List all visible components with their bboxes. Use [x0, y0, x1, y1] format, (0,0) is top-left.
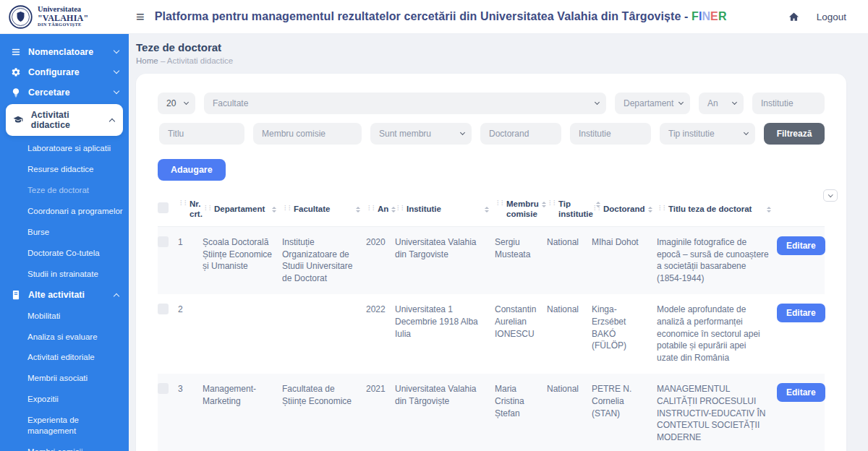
filter-select-tip-institutie[interactable]: Tip institutie: [660, 123, 755, 145]
drag-handle-icon: ⋮⋮: [657, 204, 665, 213]
sidebar-item-label: Alte activitati: [28, 290, 85, 300]
sort-icon[interactable]: [269, 204, 276, 212]
sort-icon[interactable]: [645, 204, 652, 212]
cell-institutie: Universitatea Valahia din Targoviste: [395, 226, 495, 294]
sidebar-subitem-mobilitati[interactable]: Mobilitati: [0, 306, 129, 327]
filter-input-membru-comisie[interactable]: [253, 123, 362, 145]
filter-select-departament[interactable]: Departament: [615, 93, 690, 114]
cell-nr: 3: [178, 374, 203, 451]
filter-input-titlu[interactable]: [159, 123, 244, 145]
chevron-down-icon: [114, 48, 119, 53]
sidebar-item-activitati-didactice[interactable]: Activitati didactice: [6, 104, 123, 136]
filter-select-sunt-membru[interactable]: Sunt membru: [370, 123, 472, 145]
filter-select-facultate[interactable]: Facultate: [204, 93, 606, 114]
home-icon[interactable]: [788, 12, 799, 22]
sort-icon[interactable]: [764, 204, 771, 212]
cell-an: 2021: [366, 374, 395, 451]
column-header-doctorand: ⋮⋮Doctorand: [592, 192, 657, 226]
select-all-checkbox[interactable]: [158, 202, 169, 213]
lightbulb-icon: [10, 87, 21, 98]
column-label: Tip institutie: [558, 199, 593, 220]
filter-row-2: Sunt membruTip institutieFiltrează: [158, 123, 825, 145]
filter-input-doctorand[interactable]: [480, 123, 561, 145]
row-checkbox[interactable]: [158, 236, 169, 247]
edit-button[interactable]: Editare: [777, 304, 825, 322]
filter-button[interactable]: Filtrează: [764, 123, 825, 145]
cell-departament: [203, 294, 282, 374]
sidebar-subitem-studii-in-strainatate[interactable]: Studii in strainatate: [0, 264, 129, 285]
filter-select-20[interactable]: 20: [158, 93, 195, 114]
sidebar-subitem-experienta-de-management[interactable]: Experienta de management: [0, 410, 129, 442]
breadcrumb-section: Activitati didactice: [167, 56, 233, 65]
drag-handle-icon: ⋮⋮: [366, 204, 375, 213]
column-header-tip-institutie: ⋮⋮Tip institutie: [547, 192, 592, 226]
sidebar-subitem-membri-comisii[interactable]: Membri comisii: [0, 442, 129, 451]
column-header-facultate: ⋮⋮Facultate: [282, 192, 366, 226]
sidebar-item-configurare[interactable]: Configurare: [0, 62, 129, 82]
sidebar-subitem-burse[interactable]: Burse: [0, 222, 129, 243]
breadcrumb: Home – Activitati didactice: [136, 56, 846, 65]
book-icon: [10, 290, 21, 301]
logo-line-3: DIN TÂRGOVIȘTE: [38, 22, 88, 27]
gear-icon: [10, 66, 21, 77]
page-header: Teze de doctorat Home – Activitati didac…: [136, 41, 846, 65]
sidebar-subitem-resurse-didactice[interactable]: Resurse didactice: [0, 159, 129, 180]
cell-an: 2022: [366, 294, 395, 374]
sort-icon[interactable]: [482, 204, 489, 212]
select-value: Facultate: [213, 98, 248, 108]
hamburger-menu-icon[interactable]: ≡: [136, 9, 145, 24]
filter-input-institutie[interactable]: [752, 93, 825, 114]
cell-tip-institutie: National: [547, 294, 592, 374]
cell-institutie: Universitatea 1 Decembrie 1918 Alba Iuli…: [395, 294, 495, 374]
drag-handle-icon: ⋮⋮: [495, 199, 503, 208]
sidebar-subitem-teze-de-doctorat[interactable]: Teze de doctorat: [0, 180, 129, 201]
checkbox-cell: [158, 226, 178, 294]
select-value: Sunt membru: [379, 129, 431, 139]
table-row: 22022Universitatea 1 Decembrie 1918 Alba…: [158, 294, 825, 374]
sidebar-item-alte-activitati[interactable]: Alte activitati: [0, 285, 129, 305]
sidebar-subitem-analiza-si-evaluare[interactable]: Analiza si evaluare: [0, 327, 129, 348]
row-checkbox[interactable]: [158, 383, 169, 394]
drag-handle-icon: ⋮⋮: [282, 204, 291, 213]
row-checkbox[interactable]: [158, 304, 169, 314]
sort-icon[interactable]: [353, 204, 360, 212]
breadcrumb-separator: –: [161, 56, 165, 65]
sidebar-subitem-coordonari-a-programelor[interactable]: Coordonari a programelor: [0, 201, 129, 222]
sort-icon[interactable]: [539, 199, 546, 207]
sidebar-subitem-doctorate-co-tutela[interactable]: Doctorate Co-tutela: [0, 243, 129, 264]
edit-button[interactable]: Editare: [777, 236, 825, 255]
filter-select-an[interactable]: An: [699, 93, 744, 114]
app-title-finer: FINER: [692, 10, 727, 22]
actions-cell: Editare: [777, 374, 825, 451]
logout-button[interactable]: Logout: [817, 12, 846, 22]
sidebar-subitem-laboratoare-si-aplicatii[interactable]: Laboratoare si aplicatii: [0, 138, 129, 159]
sidebar-item-label: Nomenclatoare: [28, 47, 93, 57]
app-title-text: Platforma pentru managementul rezultatel…: [155, 10, 692, 22]
cell-departament: Școala Doctorală Științe Economice și Um…: [203, 226, 282, 294]
sidebar-item-nomenclatoare[interactable]: Nomenclatoare: [0, 42, 129, 61]
cell-nr: 1: [178, 226, 203, 294]
chevron-down-icon: [828, 192, 833, 197]
chevron-up-icon: [109, 118, 115, 124]
finer-letter: N: [702, 10, 710, 22]
table-columns-dropdown[interactable]: [823, 189, 838, 202]
finer-letter: F: [692, 10, 699, 22]
column-header-departament: ⋮⋮Departament: [203, 192, 282, 226]
sidebar-subitem-expozitii[interactable]: Expozitii: [0, 389, 129, 410]
actions-header: [777, 192, 825, 226]
list-icon: [10, 46, 21, 57]
sidebar-item-cercetare[interactable]: Cercetare: [0, 82, 129, 102]
add-button[interactable]: Adaugare: [158, 159, 226, 181]
finer-letter: R: [718, 10, 727, 22]
breadcrumb-home[interactable]: Home: [136, 56, 158, 65]
cell-titlu: MANAGEMENTUL CALITĂȚII PROCESULUI INSTRU…: [657, 374, 777, 451]
cell-doctorand: MIhai Dohot: [592, 226, 657, 294]
actions-cell: Editare: [777, 226, 825, 294]
edit-button[interactable]: Editare: [777, 383, 825, 402]
filter-input-institutie[interactable]: [570, 123, 651, 145]
cell-doctorand: Kinga-Erzsébet BAKÓ (FÜLÖP): [592, 294, 657, 374]
content-card: 20FacultateDepartamentAn Sunt membruTip …: [136, 74, 846, 451]
sidebar-item-label: Configurare: [28, 67, 80, 77]
sidebar-subitem-activitati-editoriale[interactable]: Activitati editoriale: [0, 347, 129, 368]
sidebar-subitem-membrii-asociati[interactable]: Membrii asociati: [0, 368, 129, 389]
